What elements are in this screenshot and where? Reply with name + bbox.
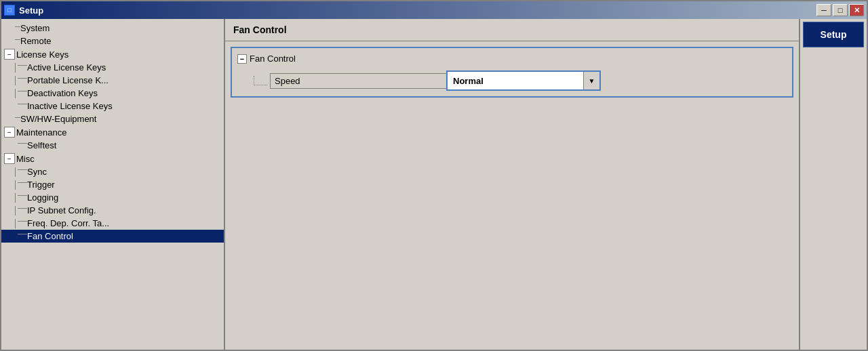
setup-button[interactable]: Setup [803, 22, 864, 47]
close-button[interactable]: ✕ [849, 4, 864, 16]
expand-misc-icon[interactable]: − [4, 153, 15, 164]
title-bar-buttons: ─ □ ✕ [816, 4, 864, 16]
sidebar-item-freq-dep-corr[interactable]: Freq. Dep. Corr. Ta... [1, 217, 224, 230]
collapse-fan-control-icon[interactable]: − [237, 54, 247, 64]
restore-button[interactable]: □ [833, 4, 848, 16]
sidebar-item-active-license-keys[interactable]: Active License Keys [1, 61, 224, 74]
sidebar-item-maintenance[interactable]: − Maintenance [1, 125, 224, 139]
sidebar-item-license-keys[interactable]: − License Keys [1, 47, 224, 61]
sidebar-item-system[interactable]: System [1, 22, 224, 35]
title-bar: □ Setup ─ □ ✕ [1, 1, 867, 19]
sidebar-item-misc[interactable]: − Misc [1, 152, 224, 165]
fan-control-title-row: − Fan Control [237, 54, 787, 64]
right-panel: Setup [799, 19, 867, 350]
speed-dropdown[interactable]: Normal ▼ [446, 70, 601, 91]
sidebar-item-inactive-license-keys[interactable]: Inactive License Keys [1, 100, 224, 112]
window-body: System Remote − License Keys Active Lice… [1, 19, 867, 350]
speed-label: Speed [270, 73, 446, 89]
minimize-button[interactable]: ─ [816, 4, 831, 16]
fan-control-section-label: Fan Control [250, 54, 296, 64]
sidebar-item-sync[interactable]: Sync [1, 165, 224, 178]
title-bar-left: □ Setup [4, 5, 43, 16]
window-icon: □ [4, 5, 15, 16]
sidebar-item-fan-control[interactable]: Fan Control [1, 230, 224, 243]
content-header: Fan Control [225, 19, 799, 41]
speed-dropdown-value: Normal [448, 74, 583, 88]
sidebar-item-logging[interactable]: Logging [1, 191, 224, 204]
content-body: − Fan Control Speed Normal ▼ [225, 41, 799, 350]
sidebar-item-ip-subnet-config[interactable]: IP Subnet Config. [1, 204, 224, 217]
sidebar-item-swhw-equipment[interactable]: SW/HW-Equipment [1, 112, 224, 125]
main-content-area: Fan Control − Fan Control Speed [225, 19, 799, 350]
sidebar-item-trigger[interactable]: Trigger [1, 178, 224, 191]
expand-maintenance-icon[interactable]: − [4, 127, 15, 138]
fan-control-section: − Fan Control Speed Normal ▼ [231, 47, 793, 98]
window-title: Setup [19, 5, 43, 16]
sidebar-item-deactivation-keys[interactable]: Deactivation Keys [1, 87, 224, 100]
sidebar-item-portable-license-keys[interactable]: Portable License K... [1, 74, 224, 87]
sidebar-item-selftest[interactable]: Selftest [1, 139, 224, 152]
sidebar: System Remote − License Keys Active Lice… [1, 19, 225, 350]
speed-connector [254, 76, 267, 85]
speed-row: Speed Normal ▼ [254, 70, 787, 91]
sidebar-item-remote[interactable]: Remote [1, 35, 224, 47]
expand-license-keys-icon[interactable]: − [4, 49, 15, 60]
main-window: □ Setup ─ □ ✕ System Remote [0, 0, 868, 351]
speed-dropdown-arrow-icon[interactable]: ▼ [583, 72, 599, 89]
